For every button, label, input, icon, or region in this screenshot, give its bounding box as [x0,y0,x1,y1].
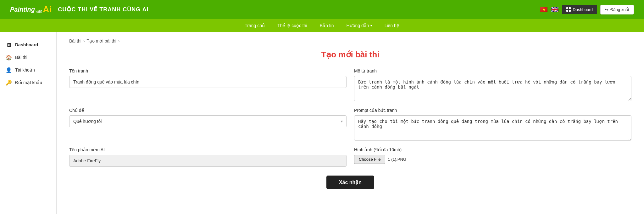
dashboard-button[interactable]: Dashboard [562,5,597,14]
password-icon: 🔑 [6,79,12,86]
dashboard-grid-icon [566,7,571,12]
nav-trangchu[interactable]: Trang chủ [245,23,265,28]
ai-name-label: Tên phần mềm AI [69,147,347,152]
nav-lienhe[interactable]: Liên hệ [385,23,399,28]
sidebar: ⊞ Dashboard 🏠 Bài thi 👤 Tài khoản 🔑 Đổi … [0,32,57,214]
sidebar-item-baithi[interactable]: 🏠 Bài thi [0,51,56,64]
chu-de-label: Chủ đề [69,108,347,113]
flag-vn-icon[interactable]: 🇻🇳 [540,6,548,13]
form-col-tentranh: Tên tranh [69,68,347,102]
page-title: Tạo mới bài thi [69,50,631,60]
nav-trangchu-label: Trang chủ [245,23,265,28]
ten-tranh-label: Tên tranh [69,68,347,73]
prompt-textarea[interactable]: Hãy tạo cho tôi một bức tranh đồng quê đ… [354,115,631,141]
exam-icon: 🏠 [6,54,12,61]
logo: Painting with Ai [10,4,52,14]
chu-de-select-wrapper: Quê hương tôi Thiên nhiên Con người Khoa… [69,115,347,127]
logo-area: Painting with Ai CUỘC THI VẼ TRANH CÙNG … [10,4,149,14]
breadcrumb: Bài thi › Tạo mới bài thi › [69,38,631,43]
logo-with: with [36,9,42,14]
form-row-3: Tên phần mềm AI Hình ảnh (*tối đa 10mb) … [69,147,631,167]
submit-button[interactable]: Xác nhận [326,176,374,189]
account-icon: 👤 [6,67,12,73]
sidebar-dashboard-label: Dashboard [15,42,38,47]
submit-row: Xác nhận [69,176,631,189]
nav-huongdan-label: Hướng dẫn [346,23,369,28]
main-content: Bài thi › Tạo mới bài thi › Tạo mới bài … [57,32,644,214]
mo-ta-textarea[interactable]: Bức tranh là một hình ảnh cảnh đồng lúa … [354,76,631,101]
page-layout: ⊞ Dashboard 🏠 Bài thi 👤 Tài khoản 🔑 Đổi … [0,32,644,214]
sidebar-item-doimatkhau[interactable]: 🔑 Đổi mật khẩu [0,76,56,89]
chevron-down-icon: ▾ [370,24,372,27]
mo-ta-label: Mô tả tranh [354,68,631,73]
dashboard-btn-label: Dashboard [573,7,593,12]
prompt-label: Prompt của bức tranh [354,108,631,113]
nav-thele-label: Thể lệ cuộc thi [277,23,307,28]
logo-painting: Painting [10,6,35,13]
choose-file-button[interactable]: Choose File [354,155,385,164]
logout-icon: ↪ [605,7,608,12]
sidebar-item-dashboard[interactable]: ⊞ Dashboard [0,38,56,51]
hinh-anh-label: Hình ảnh (*tối đa 10mb) [354,147,631,152]
header-right: 🇻🇳 🇬🇧 Dashboard ↪ Đăng xuất [540,5,634,14]
form-col-prompt: Prompt của bức tranh Hãy tạo cho tôi một… [354,108,631,142]
ten-tranh-input[interactable] [69,76,347,88]
file-input-row: Choose File 1 (1).PNG [354,155,631,164]
nav-lienhe-label: Liên hệ [385,23,399,28]
sidebar-doimatkhau-label: Đổi mật khẩu [15,80,42,85]
nav-bar: Trang chủ Thể lệ cuộc thi Bản tin Hướng … [0,19,644,32]
sidebar-baithi-label: Bài thi [15,55,27,60]
form-row-1: Tên tranh Mô tả tranh Bức tranh là một h… [69,68,631,102]
dashboard-icon: ⊞ [6,42,12,48]
breadcrumb-sep1: › [83,38,85,43]
form-row-2: Chủ đề Quê hương tôi Thiên nhiên Con ngư… [69,108,631,142]
nav-bantin[interactable]: Bản tin [320,23,334,28]
site-title: CUỘC THI VẼ TRANH CÙNG AI [58,6,148,13]
sidebar-taikhoan-label: Tài khoản [15,67,35,72]
nav-thele[interactable]: Thể lệ cuộc thi [277,23,307,28]
ai-name-input[interactable] [69,155,347,167]
breadcrumb-page: Tạo mới bài thi [87,38,116,43]
form-col-ainame: Tên phần mềm AI [69,147,347,167]
logout-button[interactable]: ↪ Đăng xuất [600,5,634,14]
logout-label: Đăng xuất [610,7,629,12]
top-header: Painting with Ai CUỘC THI VẼ TRANH CÙNG … [0,0,644,19]
form-col-chude: Chủ đề Quê hương tôi Thiên nhiên Con ngư… [69,108,347,142]
logo-ai: Ai [43,4,52,14]
form-col-mota: Mô tả tranh Bức tranh là một hình ảnh cả… [354,68,631,102]
nav-bantin-label: Bản tin [320,23,334,28]
file-name-display: 1 (1).PNG [388,157,406,162]
chu-de-select[interactable]: Quê hương tôi Thiên nhiên Con người Khoa… [69,115,347,127]
nav-huongdan[interactable]: Hướng dẫn ▾ [346,23,372,28]
breadcrumb-sep2: › [118,38,120,43]
sidebar-item-taikhoan[interactable]: 👤 Tài khoản [0,64,56,76]
flag-en-icon[interactable]: 🇬🇧 [551,6,559,13]
form-col-hinhanh: Hình ảnh (*tối đa 10mb) Choose File 1 (1… [354,147,631,167]
breadcrumb-root: Bài thi [69,38,81,43]
